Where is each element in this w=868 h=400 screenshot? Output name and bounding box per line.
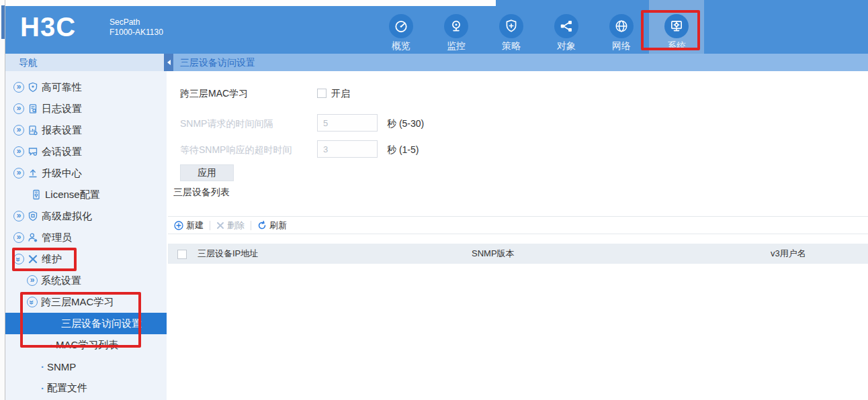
tab-label: 网络 <box>612 40 631 52</box>
tab-label: 监控 <box>447 40 466 52</box>
window-left-scrollbar[interactable] <box>0 0 5 400</box>
sidebar-item-config-file[interactable]: · 配置文件 <box>5 377 167 399</box>
sidebar-header: 导航 <box>5 54 167 71</box>
h3c-logo: H3C <box>20 12 76 42</box>
refresh-icon <box>257 221 267 230</box>
toolbar-divider <box>251 221 251 230</box>
tab-policy[interactable]: 策略 <box>484 0 539 54</box>
sidebar-item-l3-device-access-settings[interactable]: 三层设备访问设置 <box>5 313 167 334</box>
sidebar-item-session-settings[interactable]: 会话设置 <box>5 141 167 162</box>
tab-system[interactable]: 系统 <box>649 0 704 54</box>
snmp-interval-unit: 秒 (5-30) <box>387 118 424 130</box>
snmp-timeout-unit: 秒 (1-5) <box>387 144 419 156</box>
column-header-v3-username: v3用户名 <box>771 248 868 260</box>
sidebar-item-log-settings[interactable]: 日志设置 <box>5 98 167 119</box>
collapse-left-arrow-icon <box>167 60 171 65</box>
upgrade-upload-icon <box>28 168 38 179</box>
webcam-icon <box>444 14 468 38</box>
bullet-icon: · <box>41 383 44 394</box>
report-gear-icon <box>28 125 38 136</box>
enable-checkbox[interactable] <box>317 89 327 98</box>
delete-button[interactable]: 删除 <box>216 219 245 232</box>
admin-user-icon <box>28 232 38 243</box>
scrollbar-thumb[interactable] <box>1 5 5 39</box>
enable-label: 开启 <box>331 88 350 100</box>
app-header: H3C SecPath F1000-AK1130 概览 监控 <box>5 0 868 54</box>
column-header-ip: 三层设备IP地址 <box>198 248 472 260</box>
tab-objects[interactable]: 对象 <box>539 0 594 54</box>
chevron-right-icon[interactable] <box>13 232 24 243</box>
sidebar-item-maintenance[interactable]: 维护 <box>5 248 167 270</box>
chevron-right-icon[interactable] <box>13 103 24 114</box>
sidebar-item-snmp[interactable]: · SNMP <box>5 356 167 377</box>
sidebar-item-license-config[interactable]: License配置 <box>5 184 167 205</box>
bullet-icon: · <box>41 361 44 372</box>
apply-button[interactable]: 应用 <box>180 164 234 181</box>
sidebar-nav: 高可靠性 日志设置 报表设置 会话设置 升级中心 License配置 高级虚拟化… <box>5 71 167 400</box>
product-line1: SecPath <box>110 17 163 28</box>
shield-plus-icon <box>499 14 523 38</box>
window-top-edge <box>5 0 496 6</box>
product-name: SecPath F1000-AK1130 <box>110 17 163 38</box>
snmp-timeout-label: 等待SNMP响应的超时时间 <box>180 144 292 156</box>
main-content: 跨三层MAC学习 开启 SNMP请求的时间间隔 秒 (5-30) 等待SNMP响… <box>167 71 868 400</box>
new-button[interactable]: 新建 <box>174 219 204 232</box>
device-list-toolbar: 新建 删除 刷新 <box>168 216 868 234</box>
tab-label: 对象 <box>557 40 576 52</box>
tab-label: 策略 <box>502 40 521 52</box>
top-nav: 概览 监控 策略 对象 <box>374 0 704 54</box>
tab-overview[interactable]: 概览 <box>374 0 429 54</box>
session-chat-icon <box>28 146 38 157</box>
license-doc-icon <box>31 189 42 200</box>
page-title: 三层设备访问设置 <box>172 54 868 71</box>
device-list-title: 三层设备列表 <box>173 187 230 199</box>
chevron-right-icon[interactable] <box>13 211 24 221</box>
sidebar-item-report-settings[interactable]: 报表设置 <box>5 119 167 141</box>
system-monitor-gear-icon <box>664 14 689 38</box>
globe-icon <box>609 14 634 38</box>
snmp-interval-label: SNMP请求的时间间隔 <box>180 118 273 130</box>
bullet-icon: · <box>50 340 53 351</box>
log-gear-icon <box>28 103 38 114</box>
device-table-header: 三层设备IP地址 SNMP版本 v3用户名 <box>168 244 868 264</box>
chevron-down-icon[interactable] <box>27 297 38 307</box>
snmp-timeout-input[interactable] <box>317 140 378 158</box>
share-nodes-icon <box>554 14 578 38</box>
select-all-checkbox[interactable] <box>177 250 187 259</box>
refresh-button[interactable]: 刷新 <box>257 219 287 232</box>
chevron-right-icon[interactable] <box>13 146 24 157</box>
chevron-right-icon[interactable] <box>13 125 24 136</box>
tab-network[interactable]: 网络 <box>594 0 649 54</box>
mac-learning-label: 跨三层MAC学习 <box>180 88 248 100</box>
tab-monitor[interactable]: 监控 <box>429 0 484 54</box>
sidebar-item-mac-learning-list[interactable]: · MAC学习列表 <box>5 334 167 356</box>
sidebar-item-upgrade-center[interactable]: 升级中心 <box>5 162 167 184</box>
chevron-right-icon[interactable] <box>13 82 24 93</box>
shield-star-icon <box>28 82 38 93</box>
tools-icon <box>28 254 38 264</box>
snmp-interval-input[interactable] <box>317 114 378 132</box>
virtualization-shield-icon <box>28 211 38 221</box>
sidebar-item-system-settings[interactable]: 系统设置 <box>5 270 167 291</box>
chevron-right-icon[interactable] <box>27 275 38 286</box>
tab-label: 概览 <box>392 40 410 52</box>
sidebar-item-advanced-virtualization[interactable]: 高级虚拟化 <box>5 205 167 227</box>
chevron-right-icon[interactable] <box>13 168 24 179</box>
chevron-down-icon[interactable] <box>13 254 24 264</box>
column-header-snmp-version: SNMP版本 <box>472 248 771 260</box>
sidebar-item-high-availability[interactable]: 高可靠性 <box>5 77 167 98</box>
sidebar-item-administrators[interactable]: 管理员 <box>5 227 167 248</box>
product-line2: F1000-AK1130 <box>110 28 163 38</box>
x-delete-icon <box>216 221 224 230</box>
sidebar-item-cross-l3-mac-learning[interactable]: 跨三层MAC学习 <box>5 291 167 313</box>
tab-label: 系统 <box>667 40 686 52</box>
gauge-icon <box>389 14 413 38</box>
sidebar-collapse-button[interactable] <box>164 54 173 71</box>
plus-circle-icon <box>174 221 183 230</box>
toolbar-divider <box>210 221 210 230</box>
